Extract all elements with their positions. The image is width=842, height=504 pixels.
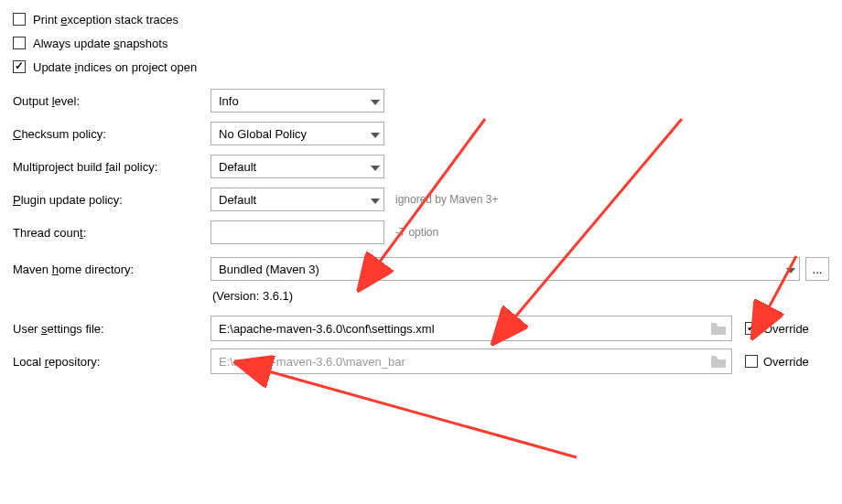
thread-count-label: Thread count:: [13, 226, 210, 240]
svg-marker-3: [371, 198, 380, 204]
update-indices-checkbox[interactable]: [13, 60, 26, 73]
plugin-update-policy-select[interactable]: Default: [210, 188, 384, 211]
chevron-down-icon: [371, 193, 380, 207]
maven-version-text: (Version: 3.6.1): [210, 285, 829, 312]
chevron-down-icon: [371, 160, 380, 174]
always-update-label: Always update snapshots: [33, 37, 167, 50]
checksum-policy-label: Checksum policy:: [13, 127, 210, 141]
chevron-down-icon: [371, 127, 380, 141]
always-update-checkbox-row: Always update snapshots: [13, 31, 829, 55]
thread-count-hint: -T option: [395, 226, 438, 239]
local-repo-label: Local repository:: [13, 355, 210, 369]
update-indices-checkbox-row: Update indices on project open: [13, 55, 829, 79]
svg-marker-2: [371, 166, 380, 171]
print-exception-label: Print exception stack traces: [33, 13, 178, 27]
user-settings-override-checkbox[interactable]: [745, 322, 758, 335]
user-settings-label: User settings file:: [13, 322, 210, 336]
multiproject-fail-policy-select[interactable]: Default: [210, 155, 384, 178]
maven-home-browse-button[interactable]: ...: [805, 257, 829, 281]
always-update-checkbox[interactable]: [13, 37, 26, 49]
multiproject-fail-policy-label: Multiproject build fail policy:: [13, 160, 210, 174]
folder-icon[interactable]: [711, 356, 726, 368]
thread-count-input[interactable]: [210, 220, 384, 244]
local-repo-input[interactable]: E:\apache-maven-3.6.0\maven_bar: [210, 349, 732, 374]
maven-home-label: Maven home directory:: [13, 263, 210, 276]
print-exception-checkbox-row: Print exception stack traces: [13, 7, 829, 31]
svg-marker-1: [371, 133, 380, 138]
print-exception-checkbox[interactable]: [13, 13, 26, 26]
update-indices-label: Update indices on project open: [33, 60, 197, 74]
user-settings-override-label: Override: [763, 322, 809, 336]
plugin-update-policy-label: Plugin update policy:: [13, 193, 210, 207]
output-level-select[interactable]: Info: [210, 89, 384, 113]
output-level-label: Output level:: [13, 94, 210, 108]
svg-marker-4: [786, 268, 795, 273]
chevron-down-icon: [371, 94, 380, 108]
user-settings-input[interactable]: E:\apache-maven-3.6.0\conf\settings.xml: [210, 316, 732, 341]
local-repo-override-label: Override: [763, 355, 809, 369]
folder-icon[interactable]: [711, 323, 726, 335]
chevron-down-icon: [786, 263, 795, 276]
checksum-policy-select[interactable]: No Global Policy: [210, 122, 384, 145]
maven-home-combo[interactable]: Bundled (Maven 3): [210, 257, 800, 281]
local-repo-override-checkbox[interactable]: [745, 355, 758, 368]
plugin-update-hint: ignored by Maven 3+: [395, 193, 498, 206]
local-repo-override-row: Override: [745, 355, 829, 369]
svg-marker-0: [371, 100, 380, 105]
user-settings-override-row: Override: [745, 322, 829, 336]
